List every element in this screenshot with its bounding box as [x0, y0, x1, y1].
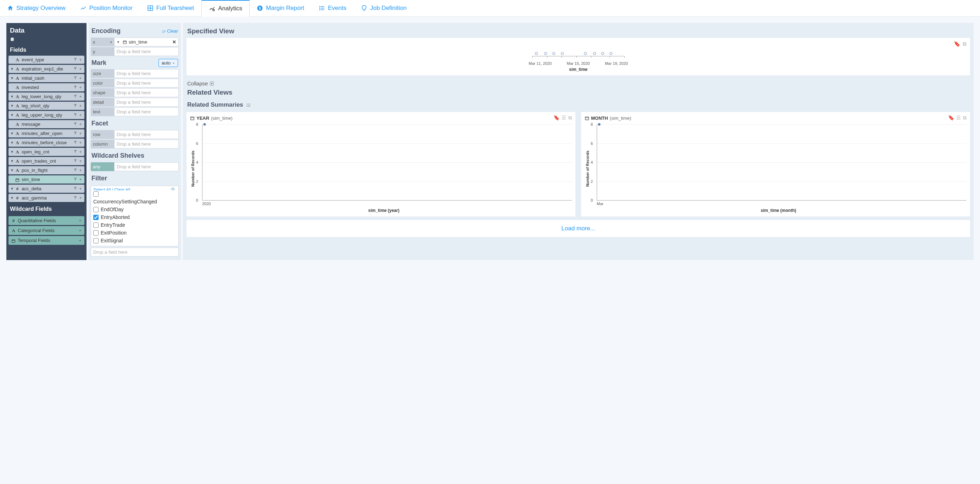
add-icon[interactable]: ＋ — [78, 57, 83, 63]
shelf-detail[interactable]: detailDrop a field here — [91, 98, 179, 107]
filter-icon[interactable] — [73, 103, 77, 109]
add-icon[interactable]: ＋ — [78, 66, 83, 72]
shelf-row[interactable]: rowDrop a field here — [91, 130, 179, 139]
add-icon[interactable]: ＋ — [78, 112, 83, 118]
shelf-y-drop[interactable]: Drop a field here — [114, 47, 179, 56]
filter-icon[interactable] — [73, 186, 77, 192]
field-pos_in_flight[interactable]: ▼pos_in_flight＋ — [8, 166, 84, 175]
filter-checkbox[interactable] — [93, 238, 99, 243]
wildcard-categorical-fields[interactable]: Categorical Fields＋ — [8, 226, 84, 235]
copy-icon[interactable]: ⧉ — [568, 115, 572, 121]
add-icon[interactable]: ＋ — [78, 149, 83, 155]
collapse-toggle[interactable]: Collapse ▾ — [186, 75, 970, 88]
shelf-text[interactable]: textDrop a field here — [91, 107, 179, 116]
filter-item[interactable] — [92, 190, 177, 198]
filter-icon[interactable] — [73, 158, 77, 164]
filter-item[interactable]: EndOfDay — [92, 206, 177, 213]
field-message[interactable]: message＋ — [8, 120, 84, 128]
filter-checkbox[interactable] — [93, 215, 99, 220]
field-initial_cash[interactable]: ▼initial_cash＋ — [8, 74, 84, 82]
field-expiration_exp1_dte[interactable]: ▼expiration_exp1_dte＋ — [8, 65, 84, 73]
database-icon[interactable] — [10, 36, 83, 42]
add-icon[interactable]: ＋ — [78, 103, 83, 109]
add-icon[interactable]: ＋ — [78, 130, 83, 136]
add-icon[interactable]: ＋ — [78, 75, 83, 81]
copy-icon[interactable]: ⧉ — [963, 41, 967, 47]
add-icon[interactable]: ＋ — [78, 121, 83, 127]
tab-job-definition[interactable]: Job Definition — [354, 0, 414, 16]
filter-item[interactable]: EntryTrade — [92, 221, 177, 229]
filter-checkbox[interactable] — [93, 207, 99, 212]
field-minutes_before_close[interactable]: ▼minutes_before_close＋ — [8, 138, 84, 147]
field-leg_lower_long_qty[interactable]: ▼leg_lower_long_qty＋ — [8, 92, 84, 101]
shelf-column[interactable]: columnDrop a field here — [91, 140, 179, 148]
field-acc_delta[interactable]: ▼acc_delta＋ — [8, 185, 84, 193]
field-sim_time[interactable]: sim_time＋ — [8, 175, 84, 184]
field-leg_upper_long_qty[interactable]: ▼leg_upper_long_qty＋ — [8, 111, 84, 119]
shelf-size[interactable]: sizeDrop a field here — [91, 69, 179, 78]
add-icon[interactable]: ＋ — [78, 176, 83, 182]
tab-events[interactable]: Events — [312, 0, 354, 16]
field-open_trades_cnt[interactable]: ▼open_trades_cnt＋ — [8, 157, 84, 165]
tab-margin-report[interactable]: $ Margin Report — [250, 0, 312, 16]
add-icon[interactable]: ＋ — [78, 167, 83, 173]
tab-strategy-overview[interactable]: Strategy Overview — [0, 0, 73, 16]
wildcard-quantitative-fields[interactable]: Quantitative Fields＋ — [8, 216, 84, 225]
filter-item[interactable]: EntryAborted — [92, 213, 177, 221]
load-more-button[interactable]: Load more... — [186, 220, 970, 237]
filter-item[interactable]: ExitPosition — [92, 229, 177, 237]
filter-icon[interactable] — [73, 94, 77, 100]
mark-select[interactable]: auto — [159, 59, 178, 67]
filter-checkbox[interactable] — [93, 230, 99, 236]
field-acc_gamma[interactable]: ▼acc_gamma＋ — [8, 194, 84, 202]
add-icon[interactable]: ＋ — [78, 237, 82, 243]
filter-icon[interactable] — [73, 57, 77, 63]
add-icon[interactable]: ＋ — [78, 227, 82, 233]
list-icon[interactable]: ☰ — [562, 115, 566, 121]
field-minutes_after_open[interactable]: ▼minutes_after_open＋ — [8, 129, 84, 138]
list-view-icon[interactable] — [246, 102, 251, 108]
filter-checkbox[interactable] — [93, 191, 99, 197]
field-leg_short_qty[interactable]: ▼leg_short_qty＋ — [8, 102, 84, 110]
filter-checkbox[interactable] — [93, 222, 99, 228]
filter-drop-zone[interactable]: Drop a field here — [91, 248, 179, 257]
filter-icon[interactable] — [73, 84, 77, 90]
tab-position-monitor[interactable]: Position Monitor — [73, 0, 140, 16]
tab-full-tearsheet[interactable]: Full Tearsheet — [140, 0, 201, 16]
add-icon[interactable]: ＋ — [78, 217, 82, 224]
bookmark-icon[interactable]: 🔖 — [954, 41, 961, 47]
shelf-shape[interactable]: shapeDrop a field here — [91, 88, 179, 97]
add-icon[interactable]: ＋ — [78, 84, 83, 90]
field-open_leg_cnt[interactable]: ▼open_leg_cnt＋ — [8, 148, 84, 156]
clear-button[interactable]: Clear — [162, 29, 178, 34]
copy-icon[interactable]: ⧉ — [963, 115, 967, 121]
shelf-y[interactable]: y Drop a field here — [91, 47, 179, 56]
list-icon[interactable]: ☰ — [956, 115, 961, 121]
shelf-any[interactable]: any Drop a field here — [91, 162, 179, 171]
add-icon[interactable]: ＋ — [78, 186, 83, 192]
filter-icon[interactable] — [73, 75, 77, 81]
remove-x-button[interactable]: ✕ — [172, 39, 176, 44]
tab-analytics[interactable]: Analytics — [201, 0, 250, 17]
filter-icon[interactable] — [73, 149, 77, 155]
filter-icon[interactable] — [73, 167, 77, 173]
filter-icon[interactable] — [73, 112, 77, 118]
filter-item[interactable]: ConcurrencySettingChanged — [92, 198, 177, 206]
bookmark-icon[interactable]: 🔖 — [948, 115, 954, 121]
add-icon[interactable]: ＋ — [78, 94, 83, 100]
filter-icon[interactable] — [73, 176, 77, 182]
filter-icon[interactable] — [73, 66, 77, 72]
search-icon[interactable]: 🔍 — [171, 187, 176, 190]
field-event_type[interactable]: event_type＋ — [8, 56, 84, 64]
add-icon[interactable]: ＋ — [78, 195, 83, 201]
bookmark-icon[interactable]: 🔖 — [554, 115, 560, 121]
filter-item[interactable]: ExitSignal — [92, 237, 177, 244]
filter-icon[interactable] — [73, 130, 77, 136]
add-icon[interactable]: ＋ — [78, 158, 83, 164]
filter-icon[interactable] — [73, 195, 77, 201]
shelf-color[interactable]: colorDrop a field here — [91, 79, 179, 87]
wildcard-temporal-fields[interactable]: Temporal Fields＋ — [8, 236, 84, 245]
filter-icon[interactable] — [73, 121, 77, 127]
add-icon[interactable]: ＋ — [78, 140, 83, 146]
shelf-x[interactable]: x▾ ▼ sim_time ✕ — [91, 38, 179, 46]
